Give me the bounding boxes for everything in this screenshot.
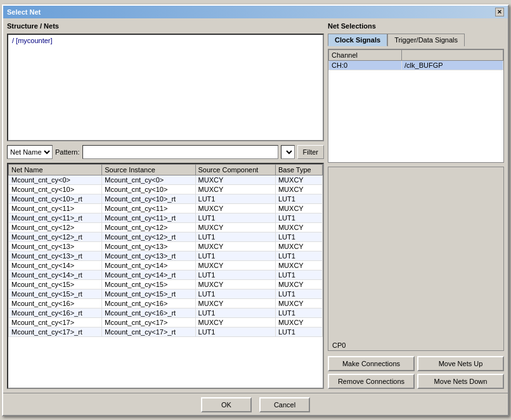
signal-cell: /clk_BUFGP xyxy=(402,60,503,70)
net-selections-label: Net Selections xyxy=(328,22,504,30)
table-row[interactable]: Mcount_cnt_cy<10>_rtMcount_cnt_cy<10>_rt… xyxy=(9,194,323,203)
table-row[interactable]: Mcount_cnt_cy<10>Mcount_cnt_cy<10>MUXCYM… xyxy=(9,184,323,194)
cancel-button[interactable]: Cancel xyxy=(259,397,310,412)
table-cell: MUXCY xyxy=(195,184,275,194)
cp-box: CP0 xyxy=(328,167,504,351)
table-cell: MUXCY xyxy=(195,279,275,289)
table-cell: MUXCY xyxy=(195,175,275,184)
action-buttons: Make Connections Move Nets Up Remove Con… xyxy=(328,356,504,389)
table-cell: MUXCY xyxy=(275,260,322,270)
table-row[interactable]: Mcount_cnt_cy<15>_rtMcount_cnt_cy<15>_rt… xyxy=(9,289,323,298)
table-cell: Mcount_cnt_cy<17>_rt xyxy=(102,327,195,336)
pattern-input[interactable] xyxy=(82,145,278,159)
table-cell: LUT1 xyxy=(195,251,275,260)
title-bar: Select Net ✕ xyxy=(3,6,508,18)
table-cell: MUXCY xyxy=(275,222,322,232)
table-cell: MUXCY xyxy=(275,184,322,194)
close-button[interactable]: ✕ xyxy=(495,8,504,16)
table-row[interactable]: Mcount_cnt_cy<17>Mcount_cnt_cy<17>MUXCYM… xyxy=(9,317,323,327)
table-row[interactable]: Mcount_cnt_cy<14>_rtMcount_cnt_cy<14>_rt… xyxy=(9,270,323,279)
table-row[interactable]: Mcount_cnt_cy<15>Mcount_cnt_cy<15>MUXCYM… xyxy=(9,279,323,289)
table-cell: Mcount_cnt_cy<16> xyxy=(102,298,195,308)
table-cell: Mcount_cnt_cy<15>_rt xyxy=(102,289,195,298)
table-cell: LUT1 xyxy=(195,327,275,336)
table-cell: Mcount_cnt_cy<12>_rt xyxy=(9,232,102,241)
table-cell: Mcount_cnt_cy<16>_rt xyxy=(102,308,195,317)
table-cell: LUT1 xyxy=(195,270,275,279)
net-table-col-header: Source Component xyxy=(195,164,275,175)
table-cell: LUT1 xyxy=(195,213,275,222)
move-nets-down-button[interactable]: Move Nets Down xyxy=(417,374,504,389)
filter-button[interactable]: Filter xyxy=(297,145,324,159)
table-row[interactable]: Mcount_cnt_cy<17>_rtMcount_cnt_cy<17>_rt… xyxy=(9,327,323,336)
remove-connections-button[interactable]: Remove Connections xyxy=(328,374,415,389)
table-cell: MUXCY xyxy=(275,203,322,213)
table-row[interactable]: Mcount_cnt_cy<14>Mcount_cnt_cy<14>MUXCYM… xyxy=(9,260,323,270)
table-cell: MUXCY xyxy=(275,317,322,327)
table-cell: Mcount_cnt_cy<13>_rt xyxy=(9,251,102,260)
table-row[interactable]: Mcount_cnt_cy<13>_rtMcount_cnt_cy<13>_rt… xyxy=(9,251,323,260)
filter-row: Net Name Pattern: Filter xyxy=(7,144,324,160)
window-body: Structure / Nets / [mycounter] Net Name … xyxy=(3,18,508,393)
table-cell: MUXCY xyxy=(275,298,322,308)
table-cell: Mcount_cnt_cy<11> xyxy=(9,203,102,213)
table-cell: Mcount_cnt_cy<13> xyxy=(9,241,102,251)
table-cell: MUXCY xyxy=(275,279,322,289)
table-cell: MUXCY xyxy=(195,298,275,308)
tab-clock-signals[interactable]: Clock Signals xyxy=(328,34,387,46)
cp-label: CP0 xyxy=(332,341,346,349)
tree-item-mycounter[interactable]: / [mycounter] xyxy=(10,36,321,45)
channel-table-container[interactable]: Channel CH:0/clk_BUFGP xyxy=(328,49,504,163)
table-cell: LUT1 xyxy=(275,270,322,279)
table-cell: Mcount_cnt_cy<15>_rt xyxy=(9,289,102,298)
tab-trigger-data-signals[interactable]: Trigger/Data Signals xyxy=(387,34,465,46)
table-cell: Mcount_cnt_cy<10>_rt xyxy=(102,194,195,203)
table-cell: Mcount_cnt_cy<12>_rt xyxy=(102,232,195,241)
table-cell: MUXCY xyxy=(195,317,275,327)
channel-table-row[interactable]: CH:0/clk_BUFGP xyxy=(329,60,503,70)
move-nets-up-button[interactable]: Move Nets Up xyxy=(417,356,504,371)
net-table-col-header: Source Instance xyxy=(102,164,195,175)
table-cell: Mcount_cnt_cy<10>_rt xyxy=(9,194,102,203)
tree-box[interactable]: / [mycounter] xyxy=(7,34,324,141)
table-row[interactable]: Mcount_cnt_cy<0>Mcount_cnt_cy<0>MUXCYMUX… xyxy=(9,175,323,184)
net-table-container[interactable]: Net NameSource InstanceSource ComponentB… xyxy=(7,163,324,389)
table-cell: Mcount_cnt_cy<17> xyxy=(9,317,102,327)
table-cell: Mcount_cnt_cy<11>_rt xyxy=(9,213,102,222)
table-cell: Mcount_cnt_cy<16>_rt xyxy=(9,308,102,317)
table-row[interactable]: Mcount_cnt_cy<13>Mcount_cnt_cy<13>MUXCYM… xyxy=(9,241,323,251)
table-row[interactable]: Mcount_cnt_cy<11>_rtMcount_cnt_cy<11>_rt… xyxy=(9,213,323,222)
table-cell: LUT1 xyxy=(275,251,322,260)
left-panel-label: Structure / Nets xyxy=(7,22,324,30)
table-row[interactable]: Mcount_cnt_cy<12>Mcount_cnt_cy<12>MUXCYM… xyxy=(9,222,323,232)
make-connections-button[interactable]: Make Connections xyxy=(328,356,415,371)
table-row[interactable]: Mcount_cnt_cy<16>_rtMcount_cnt_cy<16>_rt… xyxy=(9,308,323,317)
table-cell: MUXCY xyxy=(275,175,322,184)
table-cell: LUT1 xyxy=(275,213,322,222)
table-row[interactable]: Mcount_cnt_cy<12>_rtMcount_cnt_cy<12>_rt… xyxy=(9,232,323,241)
ok-button[interactable]: OK xyxy=(201,397,252,412)
net-table-col-header: Base Type xyxy=(275,164,322,175)
window-title: Select Net xyxy=(7,8,41,16)
channel-cell: CH:0 xyxy=(329,60,402,70)
table-cell: Mcount_cnt_cy<13> xyxy=(102,241,195,251)
table-cell: Mcount_cnt_cy<14>_rt xyxy=(9,270,102,279)
table-cell: Mcount_cnt_cy<16> xyxy=(9,298,102,308)
table-cell: MUXCY xyxy=(195,203,275,213)
table-cell: Mcount_cnt_cy<12> xyxy=(9,222,102,232)
channel-table: Channel CH:0/clk_BUFGP xyxy=(328,49,503,70)
table-row[interactable]: Mcount_cnt_cy<11>Mcount_cnt_cy<11>MUXCYM… xyxy=(9,203,323,213)
table-cell: Mcount_cnt_cy<10> xyxy=(102,184,195,194)
table-cell: MUXCY xyxy=(195,222,275,232)
table-cell: Mcount_cnt_cy<11>_rt xyxy=(102,213,195,222)
net-table-col-header: Net Name xyxy=(9,164,102,175)
pattern-type-dropdown[interactable] xyxy=(281,145,295,159)
table-cell: LUT1 xyxy=(195,232,275,241)
pattern-label: Pattern: xyxy=(55,148,80,156)
net-name-dropdown[interactable]: Net Name xyxy=(7,145,53,159)
table-cell: Mcount_cnt_cy<14> xyxy=(9,260,102,270)
table-row[interactable]: Mcount_cnt_cy<16>Mcount_cnt_cy<16>MUXCYM… xyxy=(9,298,323,308)
table-cell: Mcount_cnt_cy<15> xyxy=(102,279,195,289)
table-cell: Mcount_cnt_cy<12> xyxy=(102,222,195,232)
table-cell: LUT1 xyxy=(195,194,275,203)
